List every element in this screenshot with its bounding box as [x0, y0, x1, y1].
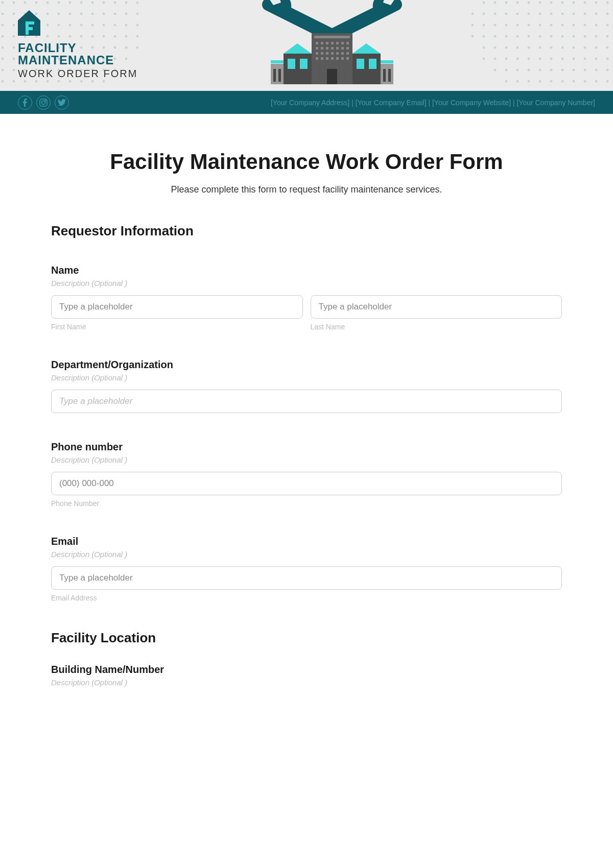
phone-label: Phone number [51, 441, 562, 453]
dot-pattern-right [470, 0, 613, 91]
svg-rect-44 [381, 64, 393, 84]
svg-marker-38 [352, 43, 381, 54]
field-name: Name Description (Optional ) First Name … [51, 264, 562, 331]
department-label: Department/Organization [51, 359, 562, 371]
svg-rect-48 [278, 69, 281, 82]
svg-rect-29 [326, 57, 328, 60]
svg-rect-13 [316, 47, 318, 50]
svg-rect-16 [331, 47, 334, 50]
svg-rect-39 [288, 59, 295, 69]
svg-rect-12 [346, 42, 349, 44]
email-sublabel: Email Address [51, 594, 562, 602]
last-name-input[interactable] [311, 295, 562, 319]
svg-rect-33 [346, 57, 349, 60]
logo-text-line3: WORK ORDER FORM [18, 68, 137, 80]
department-description: Description (Optional ) [51, 373, 562, 382]
building-label: Building Name/Number [51, 664, 562, 676]
svg-rect-23 [331, 52, 334, 55]
building-illustration [255, 0, 409, 91]
svg-rect-28 [321, 57, 323, 60]
section-requestor-title: Requestor Information [51, 223, 562, 239]
svg-rect-30 [331, 57, 334, 60]
svg-rect-27 [316, 57, 318, 60]
first-name-input[interactable] [51, 295, 303, 319]
svg-rect-31 [336, 57, 339, 60]
svg-rect-50 [388, 69, 391, 82]
svg-rect-45 [271, 60, 284, 63]
instagram-icon[interactable] [36, 95, 51, 110]
field-phone: Phone number Description (Optional ) Pho… [51, 441, 562, 508]
phone-description: Description (Optional ) [51, 455, 562, 464]
field-email: Email Description (Optional ) Email Addr… [51, 536, 562, 602]
field-department: Department/Organization Description (Opt… [51, 359, 562, 413]
svg-rect-5 [314, 36, 350, 38]
svg-rect-19 [346, 47, 349, 50]
name-label: Name [51, 264, 562, 276]
svg-rect-32 [341, 57, 344, 60]
department-input[interactable] [51, 390, 562, 413]
svg-point-53 [45, 100, 46, 101]
phone-sublabel: Phone Number [51, 499, 562, 508]
social-icons [18, 95, 69, 110]
svg-rect-15 [326, 47, 328, 50]
company-info-text: [Your Company Address] | [Your Company E… [271, 99, 595, 107]
svg-rect-14 [321, 47, 323, 50]
svg-rect-41 [357, 59, 364, 69]
logo-icon [18, 10, 41, 36]
svg-rect-26 [346, 52, 349, 55]
svg-rect-10 [336, 42, 339, 44]
svg-rect-40 [300, 59, 308, 69]
logo-text-line2: MAINTENANCE [18, 54, 137, 66]
svg-rect-42 [369, 59, 376, 69]
svg-rect-43 [271, 64, 284, 84]
form-subtitle: Please complete this form to request fac… [51, 184, 562, 195]
svg-rect-18 [341, 47, 344, 50]
form-title: Facility Maintenance Work Order Form [51, 150, 562, 174]
email-description: Description (Optional ) [51, 550, 562, 559]
first-name-sublabel: First Name [51, 323, 303, 331]
svg-rect-6 [316, 42, 318, 44]
svg-point-52 [42, 101, 45, 104]
svg-rect-47 [273, 69, 276, 82]
section-facility-title: Facility Location [51, 630, 562, 646]
svg-rect-46 [381, 60, 393, 63]
logo-text-line1: FACILITY [18, 42, 137, 54]
svg-rect-21 [321, 52, 323, 55]
email-input[interactable] [51, 566, 562, 590]
svg-marker-37 [284, 43, 312, 54]
svg-rect-8 [326, 42, 328, 44]
svg-rect-22 [326, 52, 328, 55]
name-description: Description (Optional ) [51, 279, 562, 287]
field-building: Building Name/Number Description (Option… [51, 664, 562, 687]
svg-point-3 [470, 0, 613, 91]
facebook-icon[interactable] [18, 95, 32, 110]
last-name-sublabel: Last Name [311, 323, 562, 331]
svg-rect-20 [316, 52, 318, 55]
svg-rect-25 [341, 52, 344, 55]
header-banner: FACILITY MAINTENANCE WORK ORDER FORM [0, 0, 613, 91]
svg-rect-49 [383, 69, 386, 82]
svg-rect-17 [336, 47, 339, 50]
form-content: Facility Maintenance Work Order Form Ple… [0, 114, 613, 710]
svg-rect-7 [321, 42, 323, 44]
building-description: Description (Optional ) [51, 678, 562, 687]
info-bar: [Your Company Address] | [Your Company E… [0, 91, 613, 114]
svg-rect-34 [327, 69, 337, 84]
logo: FACILITY MAINTENANCE WORK ORDER FORM [18, 10, 137, 80]
svg-rect-9 [331, 42, 334, 44]
email-label: Email [51, 536, 562, 547]
phone-input[interactable] [51, 472, 562, 495]
svg-rect-11 [341, 42, 344, 44]
svg-rect-24 [336, 52, 339, 55]
twitter-icon[interactable] [55, 95, 69, 110]
